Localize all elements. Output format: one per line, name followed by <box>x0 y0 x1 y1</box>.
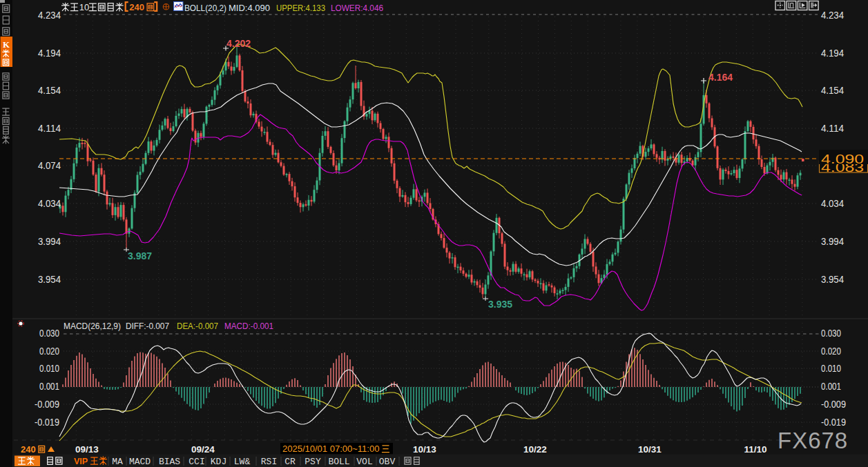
svg-text:4.164: 4.164 <box>708 72 733 83</box>
svg-text:PSY: PSY <box>305 457 321 467</box>
svg-text:UPPER:4.133: UPPER:4.133 <box>276 3 325 13</box>
svg-text:VIP: VIP <box>74 457 88 466</box>
svg-text:4.194: 4.194 <box>821 48 844 59</box>
svg-text:240: 240 <box>129 2 144 12</box>
svg-text:OBV: OBV <box>379 457 396 467</box>
svg-text:4.034: 4.034 <box>38 198 61 209</box>
svg-text:DEA:-0.007: DEA:-0.007 <box>177 321 218 331</box>
svg-text:3.987: 3.987 <box>128 250 152 261</box>
svg-text:0.030: 0.030 <box>39 328 59 339</box>
svg-text:KDJ: KDJ <box>211 457 226 467</box>
svg-text:MACD: MACD <box>129 457 151 467</box>
svg-text:3.994: 3.994 <box>38 236 61 247</box>
svg-text:0.001: 0.001 <box>821 381 841 392</box>
svg-text:-0.009: -0.009 <box>821 399 846 410</box>
svg-text:4.154: 4.154 <box>821 85 844 96</box>
svg-text:4.114: 4.114 <box>821 123 844 134</box>
svg-text:3.994: 3.994 <box>821 236 844 247</box>
svg-text:240: 240 <box>21 444 36 455</box>
svg-text:K: K <box>3 39 10 50</box>
svg-text:10/31: 10/31 <box>638 444 662 455</box>
svg-text:RSI: RSI <box>261 457 277 467</box>
svg-text:09/13: 09/13 <box>75 444 99 455</box>
svg-text:DIFF:-0.007: DIFF:-0.007 <box>126 321 169 331</box>
svg-text:0.010: 0.010 <box>821 363 841 374</box>
svg-text:0.020: 0.020 <box>821 346 841 357</box>
svg-text:4.154: 4.154 <box>38 85 61 96</box>
svg-text:MA: MA <box>112 457 123 467</box>
svg-text:LOWER:4.046: LOWER:4.046 <box>331 3 383 13</box>
svg-text:3.935: 3.935 <box>488 299 512 310</box>
svg-text:4.074: 4.074 <box>38 160 61 171</box>
svg-text:2025/10/01 07:00~11:00: 2025/10/01 07:00~11:00 <box>282 444 379 454</box>
svg-text:11/10: 11/10 <box>744 444 766 455</box>
svg-text:-0.019: -0.019 <box>821 417 846 428</box>
svg-text:FX678: FX678 <box>778 428 848 453</box>
svg-text:BIAS: BIAS <box>159 457 180 467</box>
svg-text:VOL: VOL <box>356 457 372 467</box>
svg-text:CCI: CCI <box>189 457 204 467</box>
svg-text:3.954: 3.954 <box>38 274 61 285</box>
svg-text:4.114: 4.114 <box>38 123 61 134</box>
svg-text:BOLL: BOLL <box>328 457 349 467</box>
svg-text:4.194: 4.194 <box>38 48 61 59</box>
svg-text:-0.009: -0.009 <box>35 399 59 410</box>
svg-text:4.234: 4.234 <box>38 10 61 21</box>
svg-text:-0.019: -0.019 <box>35 417 59 428</box>
svg-text:10/22: 10/22 <box>523 444 547 455</box>
svg-text:10: 10 <box>79 2 89 12</box>
svg-text:4.034: 4.034 <box>821 198 844 209</box>
svg-text:0.020: 0.020 <box>39 346 59 357</box>
svg-text:MACD:-0.001: MACD:-0.001 <box>224 321 273 331</box>
svg-text:MACD(26,12,9): MACD(26,12,9) <box>64 321 121 331</box>
svg-text:LW&: LW& <box>234 457 251 467</box>
svg-text:09/24: 09/24 <box>191 444 215 455</box>
svg-text:0.001: 0.001 <box>39 381 59 392</box>
svg-text:4.234: 4.234 <box>821 10 844 21</box>
svg-text:3.954: 3.954 <box>821 274 844 285</box>
svg-text:BOLL(20,2): BOLL(20,2) <box>184 3 226 13</box>
svg-text:0.010: 0.010 <box>39 363 59 374</box>
svg-text:0.030: 0.030 <box>821 328 841 339</box>
svg-text:10/13: 10/13 <box>413 444 436 455</box>
svg-text:CR: CR <box>284 457 296 467</box>
svg-text:MID:4.090: MID:4.090 <box>229 3 270 13</box>
svg-text:4.090: 4.090 <box>821 152 864 166</box>
svg-text:4.202: 4.202 <box>226 38 251 49</box>
